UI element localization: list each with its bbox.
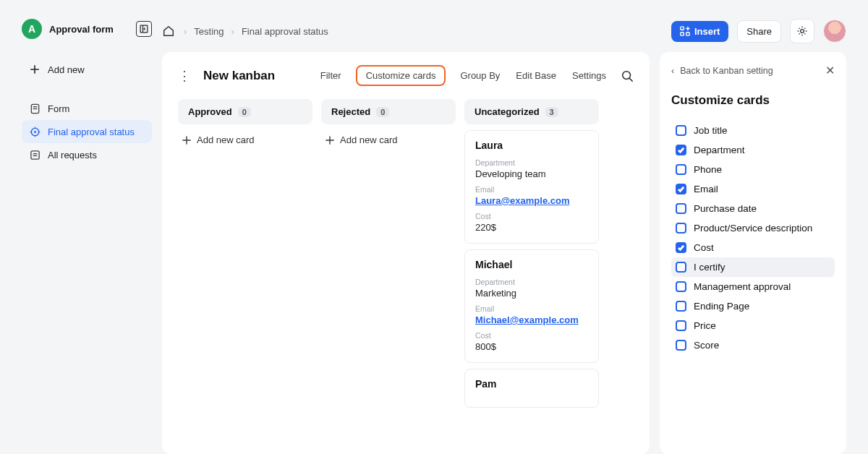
card-name: Pam [475, 378, 588, 390]
option-label: Purchase date [694, 203, 757, 214]
gear-icon [796, 25, 808, 37]
field-value-email[interactable]: Laura@example.com [475, 195, 588, 206]
option-label: Department [694, 145, 745, 155]
back-link[interactable]: Back to Kanban setting [680, 66, 773, 76]
column-title: Uncategorized [475, 106, 540, 117]
field-value-cost: 800$ [475, 341, 588, 352]
field-value-dept: Marketing [475, 288, 588, 299]
svg-line-15 [630, 78, 633, 81]
search-icon[interactable] [621, 69, 634, 82]
sidebar: A Approval form Add new Form Final appro… [22, 19, 152, 454]
option-label: Job title [694, 125, 728, 136]
kanban-title: New kanban [203, 69, 275, 83]
chevron-left-icon[interactable]: ‹ [671, 66, 674, 76]
checkbox[interactable] [676, 340, 686, 351]
checkbox[interactable] [676, 184, 686, 194]
customize-option[interactable]: Cost [671, 238, 835, 257]
column-title: Rejected [331, 106, 370, 117]
add-new-button[interactable]: Add new [22, 58, 152, 81]
customize-option[interactable]: Score [671, 335, 835, 355]
chevron-right-icon: › [231, 26, 234, 37]
option-label: Score [694, 340, 719, 351]
customize-option[interactable]: Price [671, 316, 835, 335]
option-label: Cost [694, 242, 714, 253]
customize-option[interactable]: Product/Service description [671, 218, 835, 238]
sidebar-item-form[interactable]: Form [22, 97, 152, 120]
checkbox[interactable] [676, 301, 686, 312]
breadcrumb-item[interactable]: Final approval status [242, 26, 328, 37]
customize-option[interactable]: Email [671, 179, 835, 199]
field-value-cost: 220$ [475, 222, 588, 233]
kanban-card[interactable]: LauraDepartmentDeveloping teamEmailLaura… [464, 130, 599, 244]
close-icon[interactable]: ✕ [825, 64, 835, 77]
column-header: Rejected0 [321, 99, 456, 124]
kanban-column: Approved0Add new card [178, 99, 312, 454]
svg-point-13 [801, 30, 804, 33]
customize-option[interactable]: Management approval [671, 277, 835, 296]
customize-option[interactable]: Purchase date [671, 199, 835, 218]
customize-option[interactable]: Job title [671, 121, 835, 140]
option-label: Ending Page [694, 301, 749, 312]
sidebar-item-label: Final approval status [48, 127, 135, 137]
card-name: Laura [475, 140, 588, 151]
option-label: Email [694, 184, 718, 194]
brand-title: Approval form [49, 24, 114, 35]
chevron-right-icon: › [184, 26, 187, 37]
column-title: Approved [188, 106, 232, 117]
sidebar-item-all-requests[interactable]: All requests [22, 143, 152, 166]
add-card-button[interactable]: Add new card [178, 124, 312, 145]
checkbox[interactable] [676, 320, 686, 331]
topbar: › Testing › Final approval status Insert… [162, 19, 846, 43]
settings-action[interactable]: Settings [571, 67, 608, 84]
list-icon [29, 149, 41, 160]
collapse-sidebar-icon[interactable] [136, 21, 152, 37]
home-icon[interactable] [162, 25, 175, 38]
user-avatar[interactable] [823, 20, 846, 43]
customize-option[interactable]: Department [671, 140, 835, 160]
kanban-menu-icon[interactable]: ⋮ [178, 68, 195, 84]
kanban-card[interactable]: MichaelDepartmentMarketingEmailMichael@e… [464, 249, 599, 363]
checkbox[interactable] [676, 164, 686, 175]
checkbox[interactable] [676, 262, 686, 273]
filter-action[interactable]: Filter [319, 67, 343, 84]
plus-icon [29, 64, 41, 75]
breadcrumb: › Testing › Final approval status [184, 26, 328, 37]
share-button[interactable]: Share [737, 20, 781, 43]
form-icon [29, 103, 41, 114]
customize-option[interactable]: Phone [671, 160, 835, 179]
kanban-column: Uncategorized3LauraDepartmentDeveloping … [464, 99, 599, 454]
grid-plus-icon [680, 26, 690, 36]
kanban-column: Rejected0Add new card [321, 99, 456, 454]
breadcrumb-item[interactable]: Testing [194, 26, 224, 37]
sidebar-item-final-approval[interactable]: Final approval status [22, 120, 152, 143]
column-header: Approved0 [178, 99, 312, 124]
customize-cards-action[interactable]: Customize cards [356, 65, 446, 86]
column-header: Uncategorized3 [464, 99, 599, 124]
kanban-card[interactable]: Pam [464, 369, 599, 408]
checkbox[interactable] [676, 223, 686, 234]
column-count-badge: 3 [545, 107, 558, 117]
option-label: Product/Service description [694, 223, 812, 234]
add-card-button[interactable]: Add new card [321, 124, 456, 145]
insert-button[interactable]: Insert [671, 21, 728, 42]
add-card-label: Add new card [197, 134, 255, 145]
checkbox[interactable] [676, 125, 686, 136]
field-label-dept: Department [475, 278, 588, 286]
edit-base-action[interactable]: Edit Base [514, 67, 558, 84]
customize-option[interactable]: Ending Page [671, 296, 835, 316]
sidebar-item-label: All requests [48, 150, 97, 160]
insert-label: Insert [694, 26, 720, 37]
checkbox[interactable] [676, 242, 686, 253]
svg-rect-7 [30, 150, 38, 158]
target-icon [29, 126, 41, 137]
group-by-action[interactable]: Group By [459, 67, 501, 84]
brand-avatar: A [22, 19, 42, 39]
settings-gear-button[interactable] [790, 19, 814, 43]
checkbox[interactable] [676, 203, 686, 214]
checkbox[interactable] [676, 145, 686, 155]
field-value-email[interactable]: Michael@example.com [475, 314, 588, 325]
checkbox[interactable] [676, 281, 686, 292]
customize-option[interactable]: I certify [671, 257, 835, 277]
option-label: Phone [694, 164, 722, 175]
customize-cards-panel: ‹ Back to Kanban setting ✕ Customize car… [660, 52, 846, 454]
